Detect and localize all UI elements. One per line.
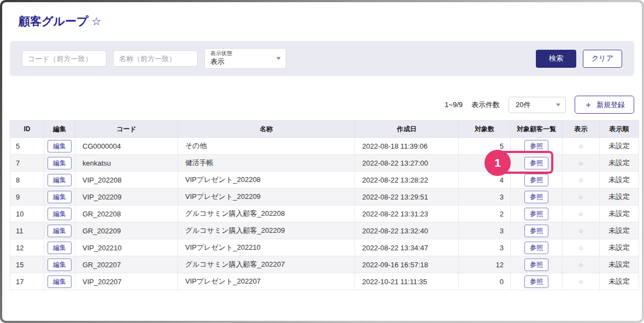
cell-code: GR_202208 [75, 205, 178, 222]
cell-name: 健活手帳 [178, 155, 355, 172]
window-frame: 顧客グループ ☆ 表示状態 表示 検索 クリア 1~9/9 表示件数 20件 ＋ [0, 0, 644, 323]
cell-code: GR_202207 [75, 256, 178, 273]
search-button[interactable]: 検索 [536, 50, 576, 68]
edit-button[interactable]: 編集 [48, 140, 72, 152]
cell-created: 2022-08-22 13:31:23 [355, 205, 459, 222]
ref-cell-wrap: 参照 [511, 172, 562, 188]
col-header-order: 表示順 [600, 121, 639, 138]
add-new-button-label: 新規登録 [596, 100, 625, 110]
cell-code: GR_202209 [75, 222, 178, 239]
cell-customer-list: 参照 [511, 138, 563, 155]
cell-order: 未設定 [600, 138, 639, 155]
cell-created: 2022-09-16 16:57:18 [355, 256, 459, 273]
col-header-code: コード [75, 121, 178, 138]
table-row: 7 編集 kenkatsu 健活手帳 2022-08-22 13:27:00 1… [10, 155, 639, 172]
cell-visible: ○ [563, 155, 600, 172]
customer-group-table: ID 編集 コード 名称 作成日 対象数 対象顧客一覧 表示 表示順 5 編集 … [10, 120, 639, 290]
visible-circle-mark: ○ [579, 193, 583, 201]
cell-count: 3 [459, 189, 511, 205]
cell-name: VIPプレゼント_202207 [178, 273, 355, 290]
cell-code: kenkatsu [75, 155, 178, 172]
edit-button[interactable]: 編集 [48, 174, 72, 186]
cell-edit: 編集 [44, 222, 75, 239]
reference-button[interactable]: 参照 [524, 225, 548, 237]
cell-id: 5 [10, 138, 44, 155]
cell-count: 2 [459, 205, 511, 222]
edit-button[interactable]: 編集 [48, 259, 72, 271]
edit-button[interactable]: 編集 [48, 275, 72, 288]
edit-button[interactable]: 編集 [48, 191, 72, 203]
col-header-visible: 表示 [563, 121, 600, 138]
visible-circle-mark: ○ [579, 142, 583, 150]
cell-created: 2022-10-21 11:11:35 [355, 273, 459, 290]
col-header-id: ID [10, 121, 44, 138]
edit-button[interactable]: 編集 [48, 157, 72, 169]
cell-code: VIP_202210 [75, 239, 178, 256]
clear-button[interactable]: クリア [583, 50, 622, 68]
table-header: ID 編集 コード 名称 作成日 対象数 対象顧客一覧 表示 表示順 [10, 121, 639, 138]
cell-customer-list: 参照 1 [511, 155, 563, 172]
table-row: 8 編集 VIP_202208 VIPプレゼント_202208 2022-08-… [10, 172, 639, 189]
ref-cell-wrap: 参照 [511, 239, 562, 256]
result-range-text: 1~9/9 [445, 101, 463, 109]
cell-order: 未設定 [600, 273, 639, 290]
table-row: 5 編集 CG0000004 その他 2022-08-18 11:39:06 5… [10, 138, 639, 155]
visible-circle-mark: ○ [579, 227, 583, 235]
edit-button[interactable]: 編集 [48, 242, 72, 254]
cell-id: 15 [10, 256, 44, 273]
col-header-created: 作成日 [355, 121, 459, 138]
ref-cell-wrap: 参照 [511, 256, 562, 273]
reference-button[interactable]: 参照 [524, 275, 548, 288]
cell-customer-list: 参照 [511, 172, 563, 189]
display-status-select[interactable]: 表示状態 表示 [204, 48, 286, 69]
cell-order: 未設定 [600, 256, 639, 273]
annotation-step-badge: 1 [485, 150, 511, 176]
cell-name: グルコサミン購入顧客_202207 [178, 256, 355, 273]
chevron-down-icon [276, 57, 281, 60]
cell-edit: 編集 [44, 205, 75, 222]
cell-customer-list: 参照 [511, 256, 563, 273]
cell-edit: 編集 [44, 273, 75, 290]
plus-icon: ＋ [584, 101, 593, 109]
cell-order: 未設定 [600, 222, 639, 239]
visible-circle-mark: ○ [579, 278, 583, 286]
cell-id: 11 [10, 222, 44, 239]
add-new-button[interactable]: ＋ 新規登録 [575, 96, 634, 114]
cell-created: 2022-08-22 13:32:40 [355, 222, 459, 239]
ref-cell-wrap: 参照 1 [511, 155, 562, 171]
visible-circle-mark: ○ [579, 159, 583, 167]
col-header-count: 対象数 [459, 121, 511, 138]
ref-cell-wrap: 参照 [511, 222, 562, 239]
per-page-label: 表示件数 [471, 100, 500, 110]
cell-name: グルコサミン購入顧客_202208 [178, 205, 355, 222]
cell-id: 10 [10, 205, 44, 222]
list-controls: 1~9/9 表示件数 20件 ＋ 新規登録 [10, 96, 634, 114]
edit-button[interactable]: 編集 [48, 208, 72, 220]
cell-id: 7 [10, 155, 44, 172]
cell-visible: ○ [563, 256, 600, 273]
cell-visible: ○ [563, 138, 600, 155]
favorite-star-icon[interactable]: ☆ [91, 15, 101, 28]
reference-button[interactable]: 参照 [524, 140, 548, 152]
edit-button[interactable]: 編集 [48, 225, 72, 237]
cell-code: CG0000004 [75, 138, 178, 155]
cell-visible: ○ [563, 189, 600, 205]
per-page-select[interactable]: 20件 [509, 97, 566, 113]
cell-order: 未設定 [600, 189, 639, 205]
cell-customer-list: 参照 [511, 189, 563, 205]
visible-circle-mark: ○ [579, 261, 583, 269]
col-header-edit: 編集 [44, 121, 75, 138]
name-search-input[interactable] [113, 50, 198, 67]
reference-button[interactable]: 参照 [524, 242, 548, 254]
reference-button[interactable]: 参照 [524, 259, 548, 271]
reference-button[interactable]: 参照 [524, 174, 548, 186]
code-search-input[interactable] [22, 50, 107, 67]
cell-customer-list: 参照 [511, 222, 563, 239]
reference-button[interactable]: 参照 [524, 157, 548, 169]
display-status-label: 表示状態 [210, 50, 271, 57]
visible-circle-mark: ○ [579, 210, 583, 218]
cell-code: VIP_202207 [75, 273, 178, 290]
reference-button[interactable]: 参照 [524, 191, 548, 203]
cell-edit: 編集 [44, 138, 75, 155]
reference-button[interactable]: 参照 [524, 208, 548, 220]
